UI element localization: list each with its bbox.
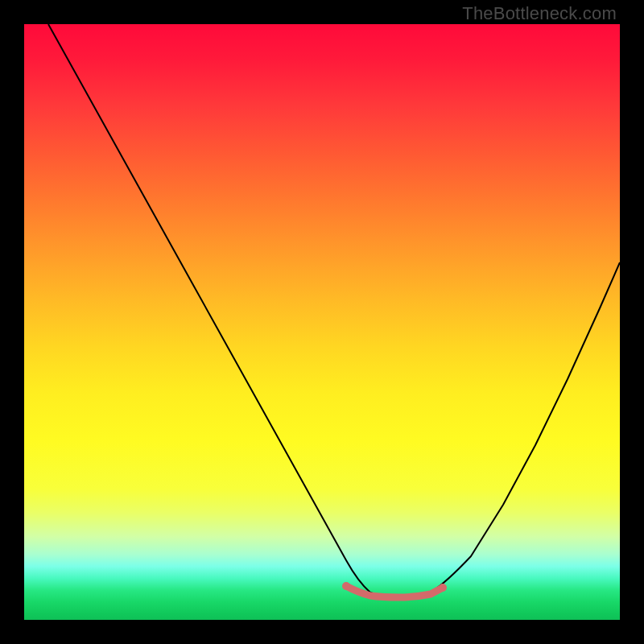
valley-highlight: [346, 586, 443, 597]
chart-frame: TheBottleneck.com: [0, 0, 644, 644]
curve-layer: [24, 24, 620, 620]
bottleneck-curve: [48, 24, 620, 597]
valley-start-dot: [342, 582, 350, 590]
valley-end-dot: [439, 584, 447, 592]
watermark-text: TheBottleneck.com: [462, 3, 617, 24]
plot-area: [24, 24, 620, 620]
